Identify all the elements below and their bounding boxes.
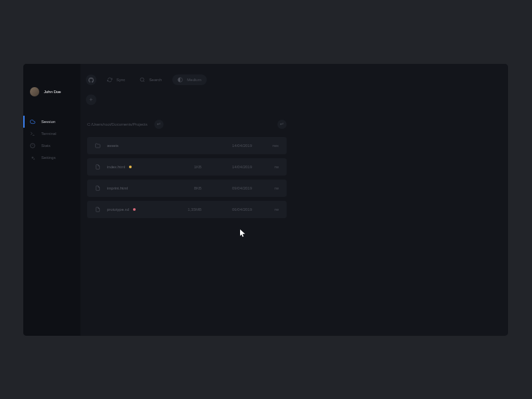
list-item[interactable]: index.html 1KB 14/04/2019 rw: [87, 158, 287, 176]
file-date: 09/04/2019: [201, 186, 252, 190]
app-window: John Doe Session Terminal Stats Settings: [23, 64, 508, 336]
file-size: 1KB: [162, 165, 201, 169]
search-label: Search: [149, 78, 162, 82]
enter-icon: ↵: [280, 122, 284, 127]
list-item[interactable]: prototype.xd 1,35MB 06/04/2019 rw: [87, 201, 287, 218]
sidebar: John Doe Session Terminal Stats Settings: [23, 64, 80, 336]
terminal-icon: [30, 131, 35, 136]
file-perm: rw: [252, 186, 279, 190]
file-name: index.html: [107, 165, 125, 169]
file-perm: rwx: [252, 144, 279, 148]
svg-line-5: [144, 81, 144, 82]
path-value[interactable]: C:/Users/root/Documents/Projects: [87, 122, 148, 126]
file-date: 14/04/2019: [201, 144, 252, 148]
file-date: 06/04/2019: [201, 207, 252, 211]
sidebar-item-session[interactable]: Session: [23, 116, 80, 128]
path-bar: C:/Users/root/Documents/Projects ↵ ↵: [87, 120, 287, 129]
plus-icon: +: [89, 96, 92, 103]
folder-icon: [95, 143, 100, 148]
avatar: [30, 87, 39, 96]
github-button[interactable]: [86, 74, 96, 85]
file-size: 8KB: [162, 186, 201, 190]
sync-button[interactable]: Sync: [103, 74, 129, 85]
contrast-icon: [178, 77, 183, 82]
file-date: 14/04/2019: [201, 165, 252, 169]
svg-point-3: [32, 157, 33, 158]
topbar: Sync Search Medium: [86, 74, 207, 85]
sidebar-item-label: Settings: [41, 156, 56, 160]
list-item[interactable]: imprint.html 8KB 09/04/2019 rw: [87, 180, 287, 197]
sidebar-item-label: Session: [41, 120, 55, 124]
sidebar-item-terminal[interactable]: Terminal: [23, 128, 80, 140]
file-name: assets: [107, 144, 118, 148]
search-icon: [140, 77, 145, 82]
tag-dot-icon: [129, 166, 132, 168]
file-list: assets 14/04/2019 rwx index.html 1KB 14/…: [87, 137, 287, 218]
file-name: imprint.html: [107, 186, 128, 190]
tag-dot-icon: [133, 208, 136, 211]
path-expand-button[interactable]: ↵: [277, 120, 287, 129]
sync-label: Sync: [116, 78, 125, 82]
file-icon: [95, 186, 100, 191]
cursor-icon: [240, 229, 246, 237]
file-icon: [95, 164, 100, 170]
file-size: 1,35MB: [162, 207, 201, 211]
add-button[interactable]: +: [86, 94, 96, 105]
user-profile[interactable]: John Doe: [30, 87, 61, 96]
file-icon: [95, 207, 100, 212]
enter-icon: ↵: [157, 122, 161, 127]
sidebar-nav: Session Terminal Stats Settings: [23, 116, 80, 164]
path-go-button[interactable]: ↵: [154, 120, 164, 129]
cloud-icon: [30, 119, 35, 124]
github-icon: [88, 77, 94, 82]
file-perm: rw: [252, 207, 279, 211]
stats-icon: [30, 143, 35, 148]
theme-button[interactable]: Medium: [172, 74, 206, 85]
search-button[interactable]: Search: [136, 74, 166, 85]
sync-icon: [107, 77, 112, 82]
sidebar-item-stats[interactable]: Stats: [23, 140, 80, 152]
theme-label: Medium: [187, 78, 201, 82]
sidebar-item-label: Stats: [41, 144, 51, 148]
file-name: prototype.xd: [107, 207, 129, 211]
settings-icon: [30, 155, 35, 160]
user-name: John Doe: [44, 90, 61, 94]
svg-point-4: [140, 78, 144, 81]
file-perm: rw: [252, 165, 279, 169]
sidebar-item-settings[interactable]: Settings: [23, 152, 80, 164]
list-item[interactable]: assets 14/04/2019 rwx: [87, 137, 287, 154]
sidebar-item-label: Terminal: [41, 132, 57, 136]
